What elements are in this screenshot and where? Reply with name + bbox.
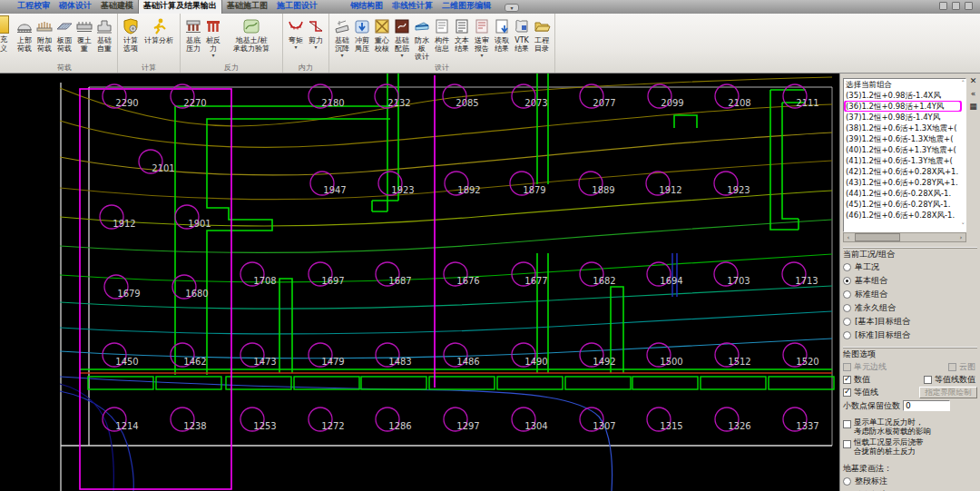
checkbox-icon[interactable] xyxy=(843,388,851,397)
combo-list-item-38[interactable]: (38)1.2恒+0.6活+1.3X地震+( xyxy=(844,123,965,133)
decimal-digits-input[interactable] xyxy=(903,400,950,411)
ribbon-button-剪力[interactable]: 剪力▾ xyxy=(306,15,326,49)
tab-3[interactable]: 基础建模 xyxy=(96,0,138,14)
dropdown-arrow-icon[interactable]: ▾ xyxy=(294,44,297,49)
tab-8[interactable]: 非线性计算 xyxy=(387,0,437,14)
extra-checkbox-1[interactable]: 显示单工况反力时，考虑防水板荷载的影响 xyxy=(843,418,977,436)
scroll-down-icon[interactable]: ˅ xyxy=(962,222,965,230)
mini-icon-1[interactable] xyxy=(939,2,947,10)
case-option-4[interactable]: 准永久组合 xyxy=(843,301,977,315)
ribbon-button-文本结果[interactable]: 文本结果 xyxy=(452,15,472,53)
tab-5[interactable]: 基础施工图 xyxy=(222,0,272,14)
combo-list-item-45[interactable]: (45)1.2恒+0.6活-0.28Y风-1. xyxy=(844,199,965,210)
checkbox-icon[interactable] xyxy=(924,376,932,384)
case-option-6[interactable]: [标准]目标组合 xyxy=(843,329,977,342)
checkbox-icon[interactable] xyxy=(843,376,851,384)
scroll-up-icon[interactable]: ˄ xyxy=(962,80,965,87)
ribbon-button-基础沉降[interactable]: 基础沉降▾ xyxy=(332,15,352,57)
radio-icon[interactable] xyxy=(843,331,851,339)
combo-list-item-40[interactable]: (40)1.2恒+0.6活+1.3Y地震+( xyxy=(844,144,965,155)
grid-icon[interactable]: ▦ xyxy=(969,102,977,111)
combo-hscrollbar[interactable]: ‹ › xyxy=(843,232,966,242)
combo-list-item-41[interactable]: (41)1.2恒+0.6活-1.3Y地震+( xyxy=(844,155,965,166)
dropdown-arrow-icon[interactable]: ▾ xyxy=(480,53,483,57)
pile-reaction-value: 1923 xyxy=(391,185,414,195)
scroll-right-icon[interactable]: › xyxy=(956,234,965,241)
dropdown-arrow-icon[interactable]: ▾ xyxy=(211,53,214,57)
tab-2[interactable]: 砌体设计 xyxy=(54,0,96,14)
tab-9[interactable]: 二维图形编辑 xyxy=(437,0,495,14)
scroll-left-icon[interactable]: ‹ xyxy=(844,234,853,241)
combination-list[interactable]: 选择当前组合 (35)1.2恒+0.98活-1.4X风(36)1.2恒+0.98… xyxy=(843,78,966,232)
ribbon-button-地基土/桩承载力验算[interactable]: 地基土/桩承载力验算 xyxy=(223,15,279,53)
ribbon-button-工程目录[interactable]: 工程目录 xyxy=(532,15,552,53)
ribbon-button-读取结果[interactable]: 读取结果 xyxy=(492,15,512,53)
ribbon-button-弯矩[interactable]: 弯矩▾ xyxy=(286,15,306,49)
checkbox-等值线数值[interactable]: 等值线数值 xyxy=(924,374,975,386)
combo-list-item-39[interactable]: (39)1.2恒+0.6活-1.3X地震+( xyxy=(844,133,965,144)
pile-reaction-value: 1337 xyxy=(796,421,818,431)
combo-list-item-36[interactable]: (36)1.2恒+0.98活+1.4Y风 xyxy=(844,101,965,112)
tab-4[interactable]: 基础计算及结果输出 xyxy=(138,0,222,14)
combo-list-item-44[interactable]: (44)1.2恒+0.6活-0.28X风-1. xyxy=(844,188,965,199)
hscroll-track[interactable] xyxy=(853,233,956,241)
checkbox-数值[interactable]: 数值 xyxy=(843,374,870,386)
mini-icon-3[interactable] xyxy=(965,2,973,10)
limit-draw-button[interactable]: 指定界限绘制 xyxy=(919,387,977,398)
ribbon-button-送审报告[interactable]: 送审报告▾ xyxy=(472,15,492,57)
radio-icon[interactable] xyxy=(843,263,851,271)
close-icon[interactable]: ✕ xyxy=(970,76,977,85)
radio-icon[interactable] xyxy=(843,290,851,299)
hscroll-thumb[interactable] xyxy=(855,233,900,241)
ribbon-button-计算选项[interactable]: 计算选项 xyxy=(121,15,141,53)
ribbon-button-构件信息[interactable]: 构件信息 xyxy=(432,15,452,53)
ribbon-button-板面荷载[interactable]: 板面荷载 xyxy=(54,15,74,53)
combo-list-item-42[interactable]: (42)1.2恒+0.6活+0.28X风+1. xyxy=(844,166,965,177)
beam-segment-box xyxy=(226,377,291,389)
ribbon-partial-button[interactable]: 充义 xyxy=(0,14,12,73)
case-option-5[interactable]: [基本]目标组合 xyxy=(843,315,977,329)
ribbon-button-上部荷载[interactable]: 上部荷载 xyxy=(15,15,34,53)
checkbox-icon[interactable] xyxy=(843,440,851,448)
tab-overflow-button[interactable]: ▾ xyxy=(505,4,519,12)
mini-icon-2[interactable] xyxy=(952,2,960,10)
ribbon-button-防水板设计[interactable]: 防水板设计 xyxy=(412,15,432,61)
beam-option-1[interactable]: 整段标注 xyxy=(843,475,977,488)
titlebar-mini-icons[interactable] xyxy=(939,2,973,10)
checkbox-icon[interactable] xyxy=(843,420,851,428)
tab-6[interactable]: 施工图设计 xyxy=(272,0,322,14)
radio-icon[interactable] xyxy=(843,304,851,312)
cad-canvas[interactable]: 2290227021802132208520732077209921082111… xyxy=(0,74,839,491)
pile-reaction-value: 1879 xyxy=(523,185,545,195)
collapse-icon[interactable]: « xyxy=(971,89,976,98)
ribbon-button-基础配筋[interactable]: 基础配筋▾ xyxy=(392,15,412,57)
case-option-2[interactable]: 基本组合 xyxy=(843,274,977,288)
dropdown-arrow-icon[interactable]: ▾ xyxy=(314,44,317,49)
combo-list-item-35[interactable]: (35)1.2恒+0.98活-1.4X风 xyxy=(844,90,965,101)
pile-reaction-value: 1708 xyxy=(253,276,276,286)
ribbon-button-附加荷载[interactable]: 附加荷载 xyxy=(34,15,54,53)
radio-icon[interactable] xyxy=(843,318,851,326)
ribbon-group-label: 荷载 xyxy=(12,63,117,73)
ribbon-button-冲剪局压[interactable]: 冲剪局压 xyxy=(352,15,372,53)
ribbon-button-计算分析[interactable]: 计算分析 xyxy=(141,15,177,44)
extra-checkbox-2[interactable]: 恒载工况显示后浇带合拢前的桩土反力 xyxy=(843,438,977,456)
combo-list-item-46[interactable]: (46)1.2恒+0.6活+0.28X风-1. xyxy=(844,210,965,221)
checkbox-等值线[interactable]: 等值线 xyxy=(843,387,878,398)
case-option-3[interactable]: 标准组合 xyxy=(843,288,977,301)
ribbon-button-基底压力[interactable]: 基底压力 xyxy=(183,15,203,53)
ribbon-button-重心校核[interactable]: 重心校核 xyxy=(372,15,392,53)
ribbon-button-桩反力[interactable]: 桩反力▾ xyxy=(203,15,223,57)
case-option-1[interactable]: 单工况 xyxy=(843,260,977,274)
combo-list-item-37[interactable]: (37)1.2恒+0.98活-1.4Y风 xyxy=(844,112,965,123)
ribbon-button-覆土重[interactable]: 覆土重 xyxy=(74,15,94,53)
combo-list-item-43[interactable]: (43)1.2恒+0.6活+0.28Y风+1. xyxy=(844,177,965,188)
ribbon-button-基础自重[interactable]: 基础自重 xyxy=(94,15,114,53)
radio-icon[interactable] xyxy=(843,277,851,285)
dropdown-arrow-icon[interactable]: ▾ xyxy=(340,53,343,57)
tab-7[interactable]: 钢结构图 xyxy=(346,0,387,14)
dropdown-arrow-icon[interactable]: ▾ xyxy=(400,53,403,57)
ribbon-button-VTK结果[interactable]: VTK结果 xyxy=(512,15,532,53)
radio-icon[interactable] xyxy=(843,477,851,486)
tab-1[interactable]: 工程校审 xyxy=(13,0,54,14)
